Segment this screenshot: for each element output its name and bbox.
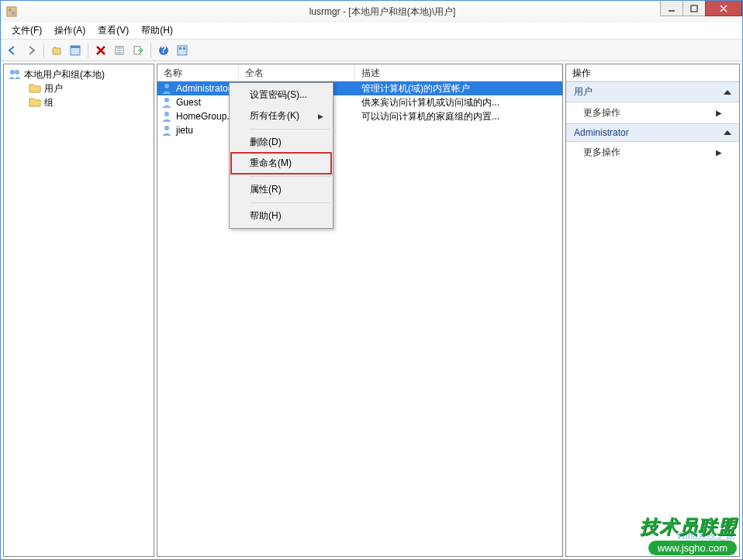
minimize-button[interactable] [660,1,683,16]
ctx-all-tasks-label: 所有任务(K) [250,109,299,123]
export-toolbar-button[interactable] [130,42,147,59]
row-name: Guest [176,97,201,108]
more-actions-label: 更多操作 [583,146,620,159]
actions-section-admin-label: Administrator [574,127,629,138]
svg-rect-15 [178,46,187,55]
svg-point-18 [10,70,15,74]
forward-button[interactable] [22,42,40,59]
list-row[interactable]: Administrator管理计算机(域)的内置帐户 [157,81,562,95]
menu-action[interactable]: 操作(A) [48,22,92,39]
svg-rect-4 [691,5,697,12]
menu-file[interactable]: 文件(F) [5,22,48,39]
back-button[interactable] [4,42,21,59]
user-icon [161,96,173,109]
row-name: jietu [176,125,193,136]
more-actions-users[interactable]: 更多操作 ▶ [566,102,739,123]
ctx-help-label: 帮助(H) [250,209,282,223]
context-menu: 设置密码(S)... 所有任务(K)▶ 删除(D) 重命名(M) 属性(R) 帮… [229,82,333,229]
view-toolbar-button[interactable] [174,42,191,59]
chevron-right-icon: ▶ [716,148,722,157]
toolbar-separator [150,43,151,57]
ctx-set-password[interactable]: 设置密码(S)... [231,85,331,105]
window-title: lusrmgr - [本地用户和组(本地)\用户] [22,5,742,19]
tree-root[interactable]: 本地用户和组(本地) [5,67,152,81]
app-window: lusrmgr - [本地用户和组(本地)\用户] 文件(F) 操作(A) 查看… [0,0,743,560]
actions-section-users[interactable]: 用户 [566,81,739,102]
col-fullname[interactable]: 全名 [239,64,355,81]
svg-rect-17 [183,47,185,50]
folder-icon [29,96,41,109]
ctx-separator [250,129,330,130]
more-actions-label: 更多操作 [583,106,620,119]
refresh-toolbar-button[interactable] [111,42,128,59]
tree-users-label: 用户 [44,82,63,95]
toolbar-separator [43,43,44,57]
properties-toolbar-button[interactable] [67,42,84,59]
chevron-right-icon: ▶ [716,109,722,117]
list-panel: 名称 全名 描述 Administrator管理计算机(域)的内置帐户Guest… [157,64,563,557]
ctx-delete[interactable]: 删除(D) [231,132,331,153]
close-button[interactable] [705,1,742,16]
delete-toolbar-button[interactable] [92,42,109,59]
ctx-all-tasks[interactable]: 所有任务(K)▶ [231,105,331,126]
user-icon [161,124,173,137]
menu-help[interactable]: 帮助(H) [135,22,179,39]
tree-groups[interactable]: 组 [5,95,152,109]
help-toolbar-button[interactable]: ? [155,42,172,59]
user-icon [161,110,173,123]
chevron-up-icon [724,90,731,95]
list-row[interactable]: jietu [157,123,562,137]
svg-rect-0 [7,7,16,16]
app-icon [5,5,18,18]
actions-panel: 操作 用户 更多操作 ▶ Administrator 更多操作 ▶ [565,64,740,557]
chevron-up-icon [724,130,731,135]
row-desc: 供来宾访问计算机或访问域的内... [355,96,562,109]
svg-point-2 [12,12,15,15]
list-body: Administrator管理计算机(域)的内置帐户Guest供来宾访问计算机或… [157,81,562,556]
tree-root-label: 本地用户和组(本地) [24,68,105,81]
col-desc[interactable]: 描述 [355,64,562,81]
group-icon [9,68,21,81]
svg-rect-16 [179,47,181,50]
up-button[interactable] [48,42,65,59]
svg-point-22 [164,112,169,116]
menu-view[interactable]: 查看(V) [92,22,135,39]
ctx-properties[interactable]: 属性(R) [231,179,331,200]
svg-point-19 [15,70,19,74]
tree-panel: 本地用户和组(本地) 用户 组 [3,64,154,557]
folder-icon [29,82,41,95]
menubar: 文件(F) 操作(A) 查看(V) 帮助(H) [1,22,742,40]
maximize-button[interactable] [683,1,706,16]
list-row[interactable]: Guest供来宾访问计算机或访问域的内... [157,95,562,109]
toolbar-separator [88,43,88,57]
ctx-rename[interactable]: 重命名(M) [231,153,331,174]
tree-users[interactable]: 用户 [5,81,152,95]
tree-groups-label: 组 [44,96,54,109]
svg-point-1 [9,9,12,12]
more-actions-admin[interactable]: 更多操作 ▶ [566,142,739,163]
ctx-delete-label: 删除(D) [250,136,282,149]
ctx-separator [250,176,330,177]
ctx-rename-label: 重命名(M) [250,157,292,170]
nav-tree: 本地用户和组(本地) 用户 组 [4,64,154,112]
list-row[interactable]: HomeGroup...可以访问计算机的家庭组的内置... [157,109,562,123]
col-name[interactable]: 名称 [157,64,239,81]
svg-point-23 [164,126,169,130]
actions-header: 操作 [566,64,739,81]
user-icon [161,82,173,95]
ctx-set-password-label: 设置密码(S)... [250,88,307,102]
row-name: HomeGroup... [176,111,234,122]
svg-point-20 [164,84,169,88]
row-desc: 管理计算机(域)的内置帐户 [355,82,562,95]
row-desc: 可以访问计算机的家庭组的内置... [355,110,562,123]
ctx-separator [250,202,330,203]
toolbar: ? [1,40,742,61]
window-controls [661,1,742,18]
list-header: 名称 全名 描述 [157,64,562,81]
actions-section-admin[interactable]: Administrator [566,123,739,142]
ctx-properties-label: 属性(R) [250,183,282,196]
chevron-right-icon: ▶ [318,112,323,120]
row-name: Administrator [176,83,231,94]
ctx-help[interactable]: 帮助(H) [231,206,331,226]
actions-section-users-label: 用户 [574,85,593,99]
